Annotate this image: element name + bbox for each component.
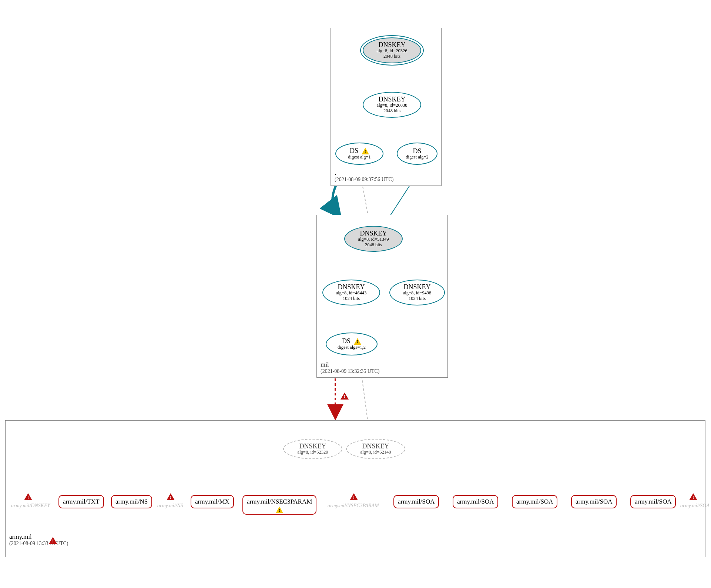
error-icon	[341, 392, 349, 400]
error-icon	[689, 493, 697, 500]
record-soa-1[interactable]: army.mil/SOA	[393, 495, 439, 508]
zone-root-name: .	[335, 169, 393, 177]
record-txt[interactable]: army.mil/TXT	[58, 495, 104, 508]
record-soa-3[interactable]: army.mil/SOA	[512, 495, 557, 508]
error-icon	[167, 493, 175, 500]
record-soa-4[interactable]: army.mil/SOA	[571, 495, 617, 508]
node-sub: 1024 bits	[409, 296, 426, 301]
zone-root-time: (2021-08-09 09:37:56 UTC)	[335, 177, 393, 183]
record-nsec[interactable]: army.mil/NSEC3PARAM	[242, 495, 316, 515]
node-mil-ds[interactable]: DS digest algs=1,2	[326, 333, 378, 355]
ds-text: DS	[350, 147, 358, 154]
zone-army-time: (2021-08-09 13:33:28 UTC)	[9, 541, 68, 547]
ghost-ns: army.mil/NS	[157, 503, 183, 509]
error-icon	[350, 493, 358, 500]
node-mil-zsk1[interactable]: DNSKEY alg=8, id=46443 1024 bits	[322, 280, 380, 305]
node-sub: alg=8, id=51349	[358, 237, 389, 242]
zone-mil-name: mil	[321, 361, 379, 368]
node-army-k2[interactable]: DNSKEY alg=8, id=62140	[346, 439, 405, 459]
record-soa-5[interactable]: army.mil/SOA	[630, 495, 676, 508]
ghost-dnskey: army.mil/DNSKEY	[11, 503, 50, 509]
node-label: DNSKEY	[403, 284, 430, 290]
node-sub: alg=8, id=62140	[360, 450, 391, 455]
record-mx[interactable]: army.mil/MX	[191, 495, 234, 508]
node-root-zsk[interactable]: DNSKEY alg=8, id=26838 2048 bits	[363, 92, 421, 118]
node-root-ds2[interactable]: DS digest alg=2	[397, 143, 437, 165]
node-label: DS	[413, 148, 421, 154]
ghost-nsec: army.mil/NSEC3PARAM	[328, 503, 379, 509]
record-nsec-text: army.mil/NSEC3PARAM	[247, 498, 312, 505]
node-army-k1[interactable]: DNSKEY alg=8, id=52329	[283, 439, 342, 459]
node-label: DS	[350, 147, 369, 155]
node-label: DNSKEY	[378, 41, 405, 48]
node-sub: alg=8, id=46443	[336, 290, 367, 296]
node-sub: alg=8, id=9498	[403, 290, 432, 296]
node-label: DNSKEY	[299, 443, 326, 450]
node-label: DNSKEY	[338, 284, 365, 290]
error-icon	[24, 493, 32, 500]
warning-icon	[362, 148, 369, 154]
node-sub: alg=8, id=20326	[377, 48, 408, 54]
node-label: DS	[342, 338, 361, 345]
error-icon	[49, 537, 57, 544]
zone-army-name: army.mil	[9, 533, 68, 541]
node-label: DNSKEY	[362, 443, 389, 450]
node-root-ds1[interactable]: DS digest alg=1	[335, 143, 383, 165]
warning-icon	[354, 338, 361, 345]
node-sub: 1024 bits	[343, 296, 360, 301]
node-sub: digest algs=1,2	[338, 345, 366, 350]
record-ns[interactable]: army.mil/NS	[111, 495, 152, 508]
node-mil-zsk2[interactable]: DNSKEY alg=8, id=9498 1024 bits	[389, 280, 445, 305]
node-sub: 2048 bits	[365, 242, 382, 248]
warning-icon	[276, 507, 283, 513]
node-sub: alg=8, id=52329	[298, 450, 328, 455]
node-root-ksk[interactable]: DNSKEY alg=8, id=20326 2048 bits	[363, 37, 421, 63]
node-sub: 2048 bits	[383, 54, 400, 59]
zone-army: army.mil (2021-08-09 13:33:28 UTC)	[5, 420, 705, 557]
ghost-soa: army.mil/SOA	[680, 503, 710, 509]
node-label: DNSKEY	[378, 96, 405, 103]
node-sub: alg=8, id=26838	[377, 103, 408, 108]
node-mil-ksk[interactable]: DNSKEY alg=8, id=51349 2048 bits	[344, 226, 403, 252]
node-sub: 2048 bits	[383, 108, 400, 114]
record-soa-2[interactable]: army.mil/SOA	[453, 495, 498, 508]
zone-mil-time: (2021-08-09 13:32:35 UTC)	[321, 368, 379, 374]
ds-text: DS	[342, 337, 351, 345]
node-sub: digest alg=1	[348, 154, 371, 160]
node-sub: digest alg=2	[406, 154, 429, 160]
node-label: DNSKEY	[360, 230, 387, 237]
